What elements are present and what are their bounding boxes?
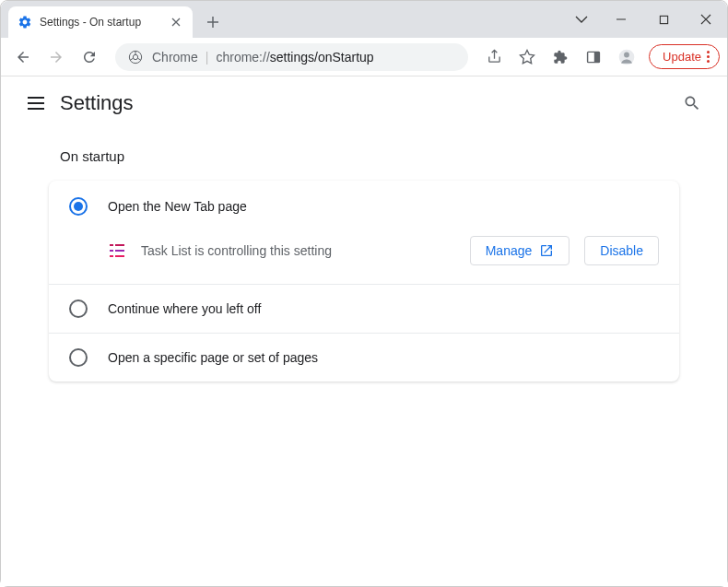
section-title: On startup <box>49 148 679 164</box>
back-button[interactable] <box>8 42 38 72</box>
menu-dots-icon <box>707 51 710 63</box>
option-label: Open the New Tab page <box>108 199 247 214</box>
radio-unselected-icon <box>69 348 88 367</box>
address-path: settings/onStartup <box>270 50 374 65</box>
startup-options-card: Open the New Tab page Task List is contr… <box>49 181 679 382</box>
radio-selected-icon <box>69 197 88 216</box>
update-button[interactable]: Update <box>649 44 720 69</box>
reload-button[interactable] <box>75 42 104 72</box>
share-icon[interactable] <box>479 42 509 72</box>
settings-header: Settings <box>1 76 727 130</box>
forward-button[interactable] <box>41 42 71 72</box>
svg-point-2 <box>133 54 137 59</box>
svg-rect-8 <box>115 244 124 246</box>
hamburger-menu-icon[interactable] <box>18 85 54 122</box>
address-bar[interactable]: Chrome | chrome://settings/onStartup <box>115 43 468 71</box>
svg-point-6 <box>624 52 629 57</box>
disable-label: Disable <box>600 243 643 258</box>
option-continue[interactable]: Continue where you left off <box>49 285 679 333</box>
search-icon[interactable] <box>674 85 710 122</box>
address-prefix: Chrome <box>152 50 198 65</box>
option-label: Continue where you left off <box>108 301 261 316</box>
svg-rect-0 <box>660 16 667 23</box>
svg-rect-4 <box>594 52 600 62</box>
browser-tab[interactable]: Settings - On startup <box>8 6 193 38</box>
tab-search-icon[interactable] <box>563 5 600 34</box>
option-specific-pages[interactable]: Open a specific page or set of pages <box>49 334 679 382</box>
settings-gear-icon <box>18 15 32 29</box>
page-title: Settings <box>60 91 134 115</box>
tab-title: Settings - On startup <box>40 16 141 29</box>
side-panel-icon[interactable] <box>579 42 608 72</box>
option-label: Open a specific page or set of pages <box>108 350 318 365</box>
browser-toolbar: Chrome | chrome://settings/onStartup Upd… <box>1 38 727 76</box>
svg-rect-12 <box>115 255 124 257</box>
svg-rect-7 <box>110 244 113 246</box>
extension-tasklist-icon <box>108 241 126 260</box>
close-button[interactable] <box>685 5 727 34</box>
option-open-new-tab[interactable]: Open the New Tab page <box>49 181 679 225</box>
tab-close-icon[interactable] <box>169 15 183 29</box>
new-tab-button[interactable] <box>200 9 226 35</box>
address-scheme: chrome:// <box>216 50 269 65</box>
extension-message: Task List is controlling this setting <box>141 243 455 258</box>
window-controls <box>563 1 727 38</box>
manage-label: Manage <box>486 243 533 258</box>
external-link-icon <box>539 243 554 258</box>
chrome-icon <box>128 50 143 65</box>
disable-button[interactable]: Disable <box>584 236 659 265</box>
svg-rect-11 <box>110 255 113 257</box>
svg-rect-10 <box>115 250 124 252</box>
bookmark-star-icon[interactable] <box>512 42 542 72</box>
extensions-icon[interactable] <box>546 42 575 72</box>
profile-icon[interactable] <box>612 42 641 72</box>
svg-rect-9 <box>110 250 113 252</box>
update-label: Update <box>663 50 701 64</box>
extension-control-row: Task List is controlling this setting Ma… <box>49 225 679 284</box>
manage-button[interactable]: Manage <box>470 236 570 265</box>
radio-unselected-icon <box>69 299 88 318</box>
minimize-button[interactable] <box>600 5 642 34</box>
maximize-button[interactable] <box>642 5 685 34</box>
